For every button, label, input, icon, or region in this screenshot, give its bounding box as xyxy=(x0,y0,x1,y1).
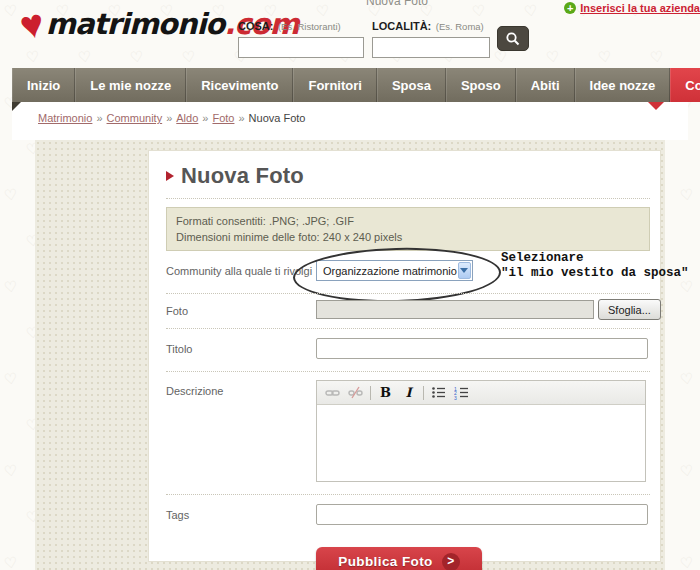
svg-text:3: 3 xyxy=(454,395,457,401)
titolo-label: Titolo xyxy=(166,338,316,355)
nav-corner-fold xyxy=(12,102,21,111)
publish-photo-label: Pubblica Foto xyxy=(338,554,432,569)
add-business-label: Inserisci la tua azienda xyxy=(580,2,700,14)
cutoff-page-title: Nuova Foto xyxy=(366,0,428,8)
breadcrumb-separator: » xyxy=(96,112,102,124)
editor-toolbar: B I 123 xyxy=(317,381,645,405)
info-line-formats: Formati consentiti: .PNG; .JPG; .GIF xyxy=(176,213,640,229)
info-line-dimensions: Dimensioni minime delle foto: 240 x 240 … xyxy=(176,229,640,245)
tags-input[interactable] xyxy=(316,504,648,525)
descrizione-label: Descrizione xyxy=(166,380,316,397)
annotation-line1: Selezionare xyxy=(501,251,689,266)
nav-item-abiti[interactable]: Abiti xyxy=(516,68,575,102)
submit-row: Pubblica Foto > xyxy=(166,537,650,570)
numbered-list-icon[interactable]: 123 xyxy=(453,384,470,401)
annotation-text: Selezionare "il mio vestito da sposa" xyxy=(501,251,689,281)
nav-item-sposa[interactable]: Sposa xyxy=(377,68,446,102)
nav-item-inizio[interactable]: Inizio xyxy=(12,68,75,102)
nav-item-community[interactable]: Community xyxy=(670,68,700,102)
localita-search-group: LOCALITÀ: (Es. Roma) xyxy=(372,16,490,58)
heart-logo-icon: ♥ xyxy=(16,2,48,46)
community-tab-pointer-icon xyxy=(648,102,664,110)
search-icon xyxy=(505,31,521,47)
form-title: Nuova Foto xyxy=(181,163,304,189)
breadcrumb-link-aldo[interactable]: Aldo xyxy=(176,112,198,124)
rich-text-editor: B I 123 xyxy=(316,380,646,482)
localita-input[interactable] xyxy=(372,37,490,58)
logo-name: matrimonio xyxy=(46,7,225,41)
titolo-input[interactable] xyxy=(316,338,648,359)
bold-button[interactable]: B xyxy=(377,384,394,401)
foto-label: Foto xyxy=(166,300,316,317)
bullet-list-icon[interactable] xyxy=(430,384,447,401)
breadcrumb-separator: » xyxy=(238,112,244,124)
breadcrumb-link-matrimonio[interactable]: Matrimonio xyxy=(38,112,92,124)
nav-item-sposo[interactable]: Sposo xyxy=(446,68,516,102)
new-photo-form-panel: Nuova Foto Formati consentiti: .PNG; .JP… xyxy=(148,150,661,562)
nav-item-ricevimento[interactable]: Ricevimento xyxy=(186,68,293,102)
main-nav: Inizio Le mie nozze Ricevimento Fornitor… xyxy=(12,68,700,102)
descrizione-row: Descrizione B I xyxy=(166,371,650,494)
cosa-label: COSA: xyxy=(238,20,273,32)
italic-button[interactable]: I xyxy=(400,384,417,401)
search-button[interactable] xyxy=(497,26,529,51)
add-business-link[interactable]: + Inserisci la tua azienda xyxy=(564,2,700,14)
titolo-row: Titolo xyxy=(166,328,650,371)
publish-photo-button[interactable]: Pubblica Foto > xyxy=(316,547,482,570)
content-area: Nuova Foto Formati consentiti: .PNG; .JP… xyxy=(35,140,665,570)
localita-hint: (Es. Roma) xyxy=(436,21,484,32)
cosa-search-group: COSA: (Es. Ristoranti) xyxy=(238,16,364,58)
site-header: ♥ matrimonio .com COSA: (Es. Ristoranti)… xyxy=(0,0,700,62)
nav-item-le-mie-nozze[interactable]: Le mie nozze xyxy=(75,68,186,102)
community-row: Community alla quale ti rivolgi Organizz… xyxy=(166,251,650,293)
foto-row: Foto Sfoglia... xyxy=(166,293,650,328)
form-title-row: Nuova Foto xyxy=(166,163,650,199)
link-icon[interactable] xyxy=(324,384,341,401)
breadcrumb: Matrimonio»Community»Aldo»Foto»Nuova Fot… xyxy=(38,112,305,124)
breadcrumb-link-community[interactable]: Community xyxy=(107,112,163,124)
tags-label: Tags xyxy=(166,504,316,521)
annotation-line2: "il mio vestito da sposa" xyxy=(501,266,689,281)
browse-button[interactable]: Sfoglia... xyxy=(598,299,661,320)
community-select[interactable]: Organizzazione matrimonio xyxy=(316,260,473,281)
foto-file-path-field[interactable] xyxy=(316,300,594,319)
toolbar-divider xyxy=(370,386,371,400)
localita-label: LOCALITÀ: xyxy=(372,20,431,32)
descrizione-editor-body[interactable] xyxy=(317,405,645,481)
breadcrumb-separator: » xyxy=(202,112,208,124)
breadcrumb-link-foto[interactable]: Foto xyxy=(212,112,234,124)
cosa-hint: (Es. Ristoranti) xyxy=(278,21,341,32)
nav-item-idee-nozze[interactable]: Idee nozze xyxy=(575,68,671,102)
community-label: Community alla quale ti rivolgi xyxy=(166,260,316,277)
chevron-down-icon xyxy=(458,262,471,279)
breadcrumb-current: Nuova Foto xyxy=(249,112,306,124)
cosa-input[interactable] xyxy=(238,37,364,58)
breadcrumb-separator: » xyxy=(166,112,172,124)
nav-item-fornitori[interactable]: Fornitori xyxy=(293,68,376,102)
community-selected-value: Organizzazione matrimonio xyxy=(317,265,457,277)
chevron-right-icon: > xyxy=(442,553,460,570)
unlink-icon[interactable] xyxy=(347,384,364,401)
tags-row: Tags xyxy=(166,494,650,537)
toolbar-divider xyxy=(423,386,424,400)
title-bullet-icon xyxy=(166,171,174,181)
plus-circle-icon: + xyxy=(564,2,576,14)
format-info-box: Formati consentiti: .PNG; .JPG; .GIF Dim… xyxy=(166,207,650,251)
